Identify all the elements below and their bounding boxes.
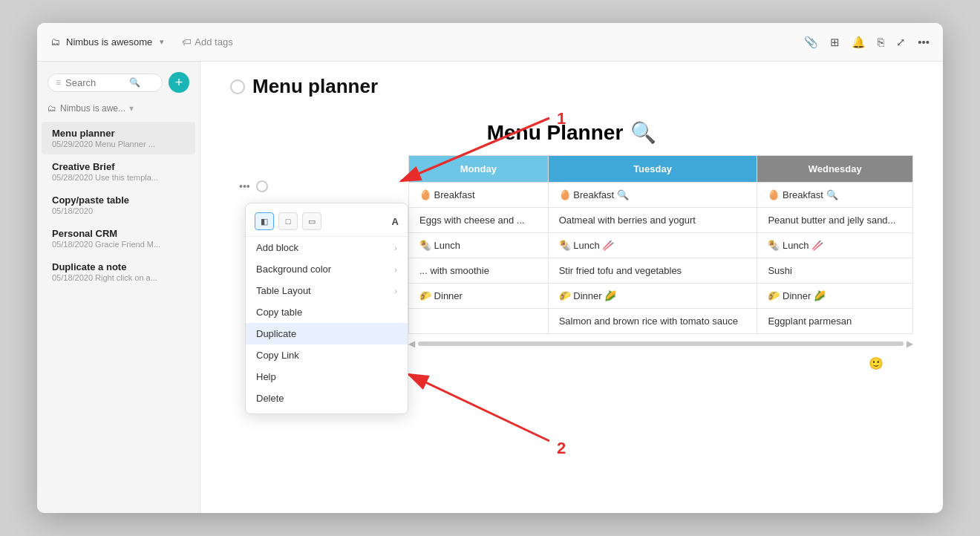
add-tags-button[interactable]: 🏷 Add tags (182, 36, 232, 48)
sidebar-header: ≡ 🔍 + (37, 62, 200, 99)
tuesday-breakfast-label: 🥚 Breakfast 🔍 (548, 183, 757, 208)
bell-icon[interactable]: 🔔 (852, 36, 866, 49)
table-wrapper: Monday Tuesday Wednesday 🥚 Breakfast 🥚 B… (408, 155, 913, 350)
wednesday-lunch-food: Sushi (757, 258, 913, 284)
context-menu-background-color[interactable]: Background color › (246, 258, 408, 280)
content-area: Menu planner Menu Planner 🔍 ••• (200, 62, 943, 513)
tag-icon: 🏷 (182, 36, 192, 48)
context-menu-delete[interactable]: Delete (246, 388, 408, 409)
context-menu-copy-link[interactable]: Copy Link (246, 344, 408, 366)
horizontal-scrollbar[interactable] (418, 341, 904, 346)
sidebar-item-duplicate-note[interactable]: Duplicate a note 05/18/2020 Right click … (42, 255, 195, 288)
grid-icon[interactable]: ⊞ (830, 36, 840, 49)
search-input[interactable] (65, 77, 125, 88)
reaction-icon[interactable]: 🙂 (869, 356, 883, 370)
scroll-left-icon[interactable]: ◀ (408, 339, 415, 349)
context-menu-toolbar: ◧ □ ▭ A (246, 208, 408, 237)
table-row: ... with smoothie Stir fried tofu and ve… (409, 258, 913, 284)
scroll-right-icon[interactable]: ▶ (906, 339, 913, 349)
status-icon (230, 79, 245, 94)
search-icon: 🔍 (129, 77, 140, 88)
more-icon[interactable]: ••• (918, 36, 930, 48)
block-menu-button[interactable]: ••• (236, 179, 253, 194)
page-title: Menu planner (252, 75, 378, 98)
context-menu-add-block[interactable]: Add block › (246, 237, 408, 258)
monday-lunch-label: 🌯 Lunch (409, 233, 549, 258)
table-row: 🌮 Dinner 🌮 Dinner 🌽 🌮 Dinner 🌽 (409, 284, 913, 309)
monday-dinner-label: 🌮 Dinner (409, 284, 549, 309)
context-menu-table-layout[interactable]: Table Layout › (246, 280, 408, 301)
toolbar-layout2-icon[interactable]: □ (278, 212, 298, 230)
monday-lunch-food: ... with smoothie (409, 258, 549, 284)
doc-title: Menu Planner 🔍 (230, 120, 913, 145)
top-bar: 🗂 Nimbus is awesome ▾ 🏷 Add tags 📎 ⊞ 🔔 ⎘… (37, 23, 943, 62)
add-button[interactable]: + (169, 72, 189, 93)
page-title-bar: Menu planner (200, 62, 943, 105)
sidebar: ≡ 🔍 + 🗂 Nimbus is awe... ▾ Menu planner … (37, 62, 200, 513)
monday-dinner-food (409, 309, 549, 334)
search-magnify-icon: 🔍 (630, 120, 656, 145)
table-area: ••• ◧ □ ▭ A Add block › (260, 155, 913, 350)
content-scroll[interactable]: Menu Planner 🔍 ••• ◧ □ ▭ (200, 105, 943, 513)
menu-table: Monday Tuesday Wednesday 🥚 Breakfast 🥚 B… (408, 155, 913, 334)
search-box[interactable]: ≡ 🔍 (48, 73, 163, 92)
table-row: 🌯 Lunch 🌯 Lunch 🥢 🌯 Lunch 🥢 (409, 233, 913, 258)
wednesday-breakfast-food: Peanut butter and jelly sand... (757, 208, 913, 233)
table-row: Salmon and brown rice with tomato sauce … (409, 309, 913, 334)
folder-icon: 🗂 (48, 103, 56, 114)
monday-breakfast-label: 🥚 Breakfast (409, 183, 549, 208)
arrow-right-icon: › (394, 265, 397, 274)
tuesday-dinner-food: Salmon and brown rice with tomato sauce (548, 309, 757, 334)
context-menu: ◧ □ ▭ A Add block › Background color › (245, 203, 408, 414)
main-layout: ≡ 🔍 + 🗂 Nimbus is awe... ▾ Menu planner … (37, 62, 943, 513)
sidebar-item-creative-brief[interactable]: Creative Brief 05/28/2020 Use this templ… (42, 155, 195, 188)
block-controls: ••• (236, 179, 268, 194)
tuesday-lunch-food: Stir fried tofu and vegetables (548, 258, 757, 284)
col-wednesday-header: Wednesday (757, 156, 913, 183)
context-menu-duplicate[interactable]: Duplicate (246, 323, 408, 344)
filter-icon: ≡ (56, 77, 61, 88)
chevron-down-icon: ▾ (129, 103, 134, 114)
annotation-2-label: 2 (557, 439, 566, 457)
folder-icon: 🗂 (50, 36, 60, 48)
chevron-down-icon: ▾ (160, 37, 164, 47)
breadcrumb-text[interactable]: Nimbus is awesome (66, 36, 152, 48)
tuesday-lunch-label: 🌯 Lunch 🥢 (548, 233, 757, 258)
sidebar-item-personal-crm[interactable]: Personal CRM 05/18/2020 Gracie Friend M.… (42, 222, 195, 255)
breadcrumb: 🗂 Nimbus is awesome ▾ 🏷 Add tags (50, 36, 233, 48)
toolbar-text-a: A (392, 216, 399, 227)
sidebar-item-copy-paste-table[interactable]: Copy/paste table 05/18/2020 (42, 189, 195, 221)
attachment-icon[interactable]: 📎 (804, 36, 818, 49)
toolbar-layout1-icon[interactable]: ◧ (255, 212, 274, 230)
expand-icon[interactable]: ⤢ (896, 36, 906, 49)
arrow-right-icon: › (394, 244, 397, 252)
wednesday-dinner-label: 🌮 Dinner 🌽 (757, 284, 913, 309)
arrow-right-icon: › (394, 287, 397, 295)
sidebar-item-menu-planner[interactable]: Menu planner 05/29/2020 Menu Planner ... (42, 122, 195, 154)
svg-line-3 (408, 374, 549, 441)
col-monday-header: Monday (409, 156, 549, 183)
table-row: Eggs with cheese and ... Oatmeal with be… (409, 208, 913, 233)
col-tuesday-header: Tuesday (548, 156, 757, 183)
toolbar-icons: 📎 ⊞ 🔔 ⎘ ⤢ ••• (804, 36, 930, 49)
wednesday-breakfast-label: 🥚 Breakfast 🔍 (757, 183, 913, 208)
monday-breakfast-food: Eggs with cheese and ... (409, 208, 549, 233)
sidebar-items: Menu planner 05/29/2020 Menu Planner ...… (37, 121, 200, 513)
context-menu-help[interactable]: Help (246, 366, 408, 388)
tuesday-dinner-label: 🌮 Dinner 🌽 (548, 284, 757, 309)
toolbar-layout3-icon[interactable]: ▭ (302, 212, 321, 230)
workspace-label[interactable]: 🗂 Nimbus is awe... ▾ (37, 99, 200, 121)
table-row: 🥚 Breakfast 🥚 Breakfast 🔍 🥚 Breakfast 🔍 (409, 183, 913, 208)
context-menu-copy-table[interactable]: Copy table (246, 301, 408, 323)
tuesday-breakfast-food: Oatmeal with berries and yogurt (548, 208, 757, 233)
block-radio (256, 180, 268, 192)
share-icon[interactable]: ⎘ (878, 36, 884, 48)
wednesday-dinner-food: Eggplant parmesan (757, 309, 913, 334)
wednesday-lunch-label: 🌯 Lunch 🥢 (757, 233, 913, 258)
app-window: 🗂 Nimbus is awesome ▾ 🏷 Add tags 📎 ⊞ 🔔 ⎘… (37, 23, 943, 513)
